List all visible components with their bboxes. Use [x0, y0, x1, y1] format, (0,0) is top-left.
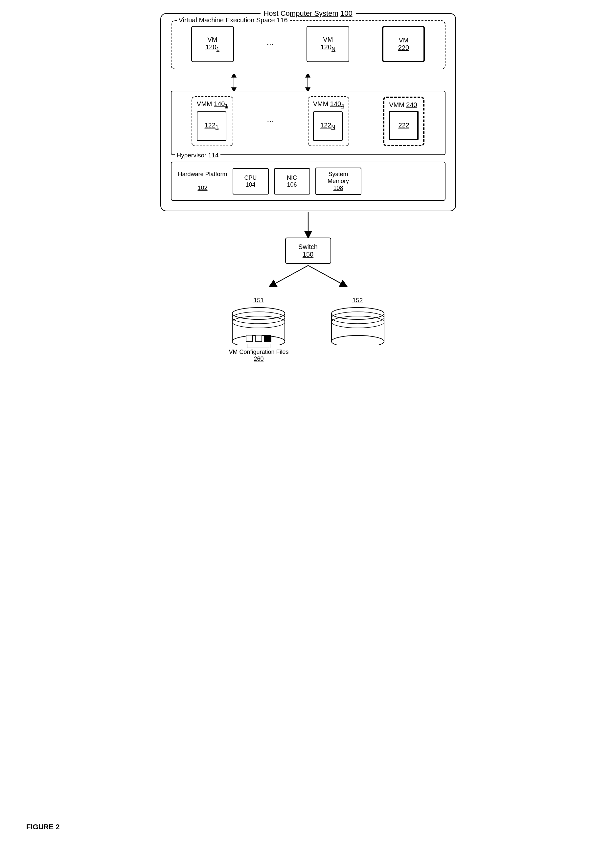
- cpu-box: CPU 104: [233, 168, 269, 194]
- config-icon-2: [255, 335, 262, 342]
- switch-number: 150: [303, 251, 313, 258]
- figure-label: FIGURE 2: [26, 823, 60, 831]
- vmm-row: VMM 1401 1221 ··· VMM 1404 122N VMM 240 …: [178, 96, 438, 146]
- vmm-140-1-inner: 1221: [197, 111, 226, 141]
- memory-box: System Memory 108: [316, 168, 361, 195]
- host-computer-system-box: Host Computer System 100 Virtual Machine…: [160, 13, 456, 211]
- hypervisor-box: VMM 1401 1221 ··· VMM 1404 122N VMM 240 …: [171, 91, 445, 155]
- vm-config-label-text: VM Configuration Files 260: [229, 349, 288, 362]
- switch-to-storage-arrows: [226, 264, 390, 290]
- vmm-240-label: VMM 240: [389, 101, 419, 109]
- arrow-row: [171, 74, 445, 91]
- hypervisor-label: Hypervisor 114: [175, 152, 221, 159]
- cpu-label: CPU: [245, 174, 257, 181]
- cpu-number: 104: [246, 181, 255, 188]
- vm-config-area: VM Configuration Files 260: [229, 335, 288, 362]
- svg-point-14: [332, 335, 384, 345]
- switch-label: Switch: [298, 243, 318, 251]
- storage-row: 151: [229, 297, 387, 362]
- vm-execution-space-box: Virtual Machine Execution Space 116 VM 1…: [171, 20, 445, 69]
- vmm-140-4-inner: 122N: [313, 111, 343, 141]
- vm-120-n-box: VM 120N: [306, 26, 349, 62]
- vm-exec-title: Virtual Machine Execution Space 116: [177, 17, 290, 24]
- hypervisor-number: 114: [208, 152, 219, 159]
- vm-220-number: 220: [398, 44, 409, 51]
- hw-platform-text: Hardware Platform: [178, 171, 227, 178]
- host-system-number: 100: [340, 9, 353, 17]
- hw-platform-label: Hardware Platform 102: [178, 171, 227, 192]
- hardware-platform-box: Hardware Platform 102 CPU 104 NIC 106 Sy…: [171, 162, 445, 201]
- config-icon-1: [246, 335, 253, 342]
- memory-label: System Memory: [319, 171, 358, 185]
- vmm-140-1-label: VMM 1401: [197, 100, 228, 110]
- storage-152-item: 152: [328, 297, 387, 345]
- vm-config-icons: [246, 335, 271, 342]
- storage-151-item: 151: [229, 297, 288, 362]
- svg-line-3: [272, 266, 308, 285]
- vmm-140-1-outer: VMM 1401 1221: [192, 96, 233, 146]
- config-icon-3: [264, 335, 271, 342]
- switch-box: Switch 150: [285, 238, 331, 264]
- storage-152-label: 152: [353, 297, 363, 304]
- nic-to-switch-arrow: [303, 211, 313, 238]
- diagram-container: Host Computer System 100 Virtual Machine…: [66, 13, 550, 362]
- storage-151-label: 151: [254, 297, 264, 304]
- vm-dots: ···: [267, 39, 274, 49]
- svg-line-4: [308, 266, 344, 285]
- vm-220-box: VM 220: [382, 26, 425, 62]
- vm-120-n-label: VM: [323, 36, 333, 44]
- nic-label: NIC: [287, 174, 297, 181]
- hypervisor-text: Hypervisor: [177, 152, 207, 159]
- config-bracket: [245, 343, 272, 349]
- vm-120-1-number: 1201: [205, 44, 219, 53]
- arrow-1: [229, 74, 239, 91]
- vmm-240-outer: VMM 240 222: [383, 96, 424, 146]
- vm-120-1-box: VM 1201: [191, 26, 234, 62]
- arrow-2: [303, 74, 313, 91]
- vmm-140-4-label: VMM 1404: [313, 100, 344, 110]
- vm-row: VM 1201 ··· VM 120N VM 220: [178, 26, 438, 62]
- vm-120-1-label: VM: [207, 36, 218, 44]
- memory-number: 108: [334, 185, 343, 192]
- vmm-240-inner: 222: [389, 111, 419, 140]
- vm-exec-label: Virtual Machine Execution Space: [179, 17, 275, 24]
- nic-box: NIC 106: [274, 168, 310, 194]
- storage-152-cylinder: [328, 305, 387, 345]
- vmm-dots: ···: [267, 116, 274, 126]
- vm-220-label: VM: [398, 36, 409, 44]
- vmm-140-4-outer: VMM 1404 122N: [308, 96, 350, 146]
- hw-platform-number: 102: [198, 185, 207, 192]
- vm-120-n-number: 120N: [321, 44, 335, 53]
- nic-number: 106: [287, 181, 297, 188]
- vm-exec-number: 116: [276, 17, 287, 24]
